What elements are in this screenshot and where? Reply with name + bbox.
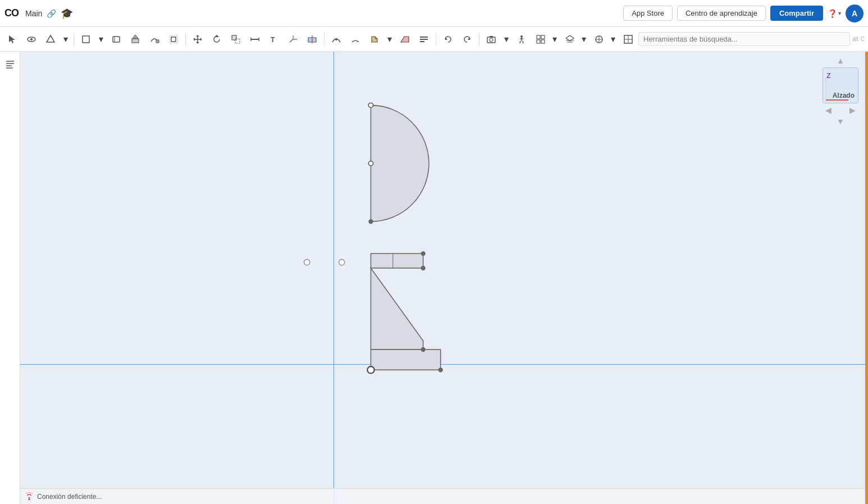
svg-point-62 [339, 260, 345, 265]
view-left-arrow[interactable]: ◀ ▶ [825, 106, 856, 115]
svg-rect-4 [113, 37, 120, 42]
pencil-tool[interactable] [107, 30, 125, 48]
walk-tool[interactable] [513, 30, 531, 48]
help-chevron: ▾ [838, 10, 841, 16]
select-tool[interactable] [3, 30, 21, 48]
svg-point-55 [368, 161, 373, 166]
orbit-tool[interactable] [22, 30, 40, 48]
sketch-shape [290, 99, 469, 431]
svg-point-57 [421, 252, 425, 256]
svg-point-58 [421, 266, 425, 270]
shape-tool[interactable] [42, 30, 60, 48]
shape-dropdown[interactable]: ▾ [61, 30, 71, 48]
crosshair-tool[interactable] [619, 30, 637, 48]
svg-rect-35 [541, 35, 545, 39]
svg-rect-25 [420, 37, 428, 38]
top-navigation: CO Main 🔗 🎓 App Store Centro de aprendiz… [0, 0, 868, 27]
svg-rect-27 [420, 41, 424, 42]
axes-tool[interactable] [284, 30, 302, 48]
svg-text:T: T [271, 36, 275, 44]
svg-point-60 [438, 368, 442, 372]
graduate-icon[interactable]: 🎓 [61, 7, 73, 20]
camera-dropdown[interactable]: ▾ [501, 30, 511, 48]
learning-center-button[interactable]: Centro de aprendizaje [677, 6, 766, 21]
svg-rect-34 [537, 35, 540, 39]
connection-icon [25, 491, 34, 502]
svg-rect-6 [132, 39, 139, 43]
svg-marker-11 [214, 35, 219, 37]
connection-status: Conexión deficiente... [37, 493, 102, 501]
svg-point-31 [490, 38, 493, 42]
line-tool[interactable] [77, 30, 95, 48]
svg-point-54 [368, 103, 373, 107]
svg-point-66 [29, 497, 30, 499]
svg-rect-3 [83, 36, 89, 43]
view-cube-box[interactable]: Z Alzado [823, 67, 858, 103]
section-plane-tool[interactable] [303, 30, 321, 48]
main-toolbar: ▾ ▾ T ▾ [0, 27, 868, 52]
style-dropdown[interactable]: ▾ [608, 30, 618, 48]
svg-point-56 [369, 220, 373, 224]
layer-tool[interactable] [561, 30, 579, 48]
svg-marker-7 [133, 35, 138, 38]
svg-rect-36 [537, 40, 540, 43]
view-down-arrow[interactable]: ▼ [837, 117, 844, 126]
style-tool[interactable] [590, 30, 608, 48]
push-pull-tool[interactable] [126, 30, 144, 48]
follow-me-tool[interactable] [145, 30, 163, 48]
help-icon: ❓ [828, 9, 837, 18]
search-shortcut-c: C [861, 36, 865, 42]
svg-rect-37 [541, 40, 545, 43]
eraser-tool[interactable] [396, 30, 414, 48]
layer-dropdown[interactable]: ▾ [579, 30, 589, 48]
search-shortcut: alt [852, 36, 858, 42]
view-dropdown[interactable]: ▾ [550, 30, 560, 48]
view-up-arrow[interactable]: ▲ [837, 56, 844, 65]
move-tool[interactable] [189, 30, 207, 48]
svg-point-1 [30, 38, 33, 40]
link-icon[interactable]: 🔗 [47, 9, 56, 18]
app-logo: CO [4, 7, 19, 19]
left-panel [0, 52, 20, 504]
main-label[interactable]: Main [25, 9, 42, 18]
svg-point-33 [520, 35, 523, 38]
entity-info-tool[interactable] [415, 30, 433, 48]
svg-point-63 [367, 366, 374, 373]
svg-rect-32 [490, 36, 493, 38]
scale-tool[interactable] [227, 30, 245, 48]
view-cube: ▲ Z Alzado ◀ ▶ ▼ [823, 56, 858, 126]
text-tool[interactable]: T [265, 30, 283, 48]
search-input[interactable] [638, 32, 850, 46]
paint-bucket-tool[interactable] [366, 30, 383, 48]
help-button[interactable]: ❓ ▾ [828, 9, 841, 18]
redo-button[interactable] [458, 30, 476, 48]
tape-tool[interactable] [246, 30, 264, 48]
rotate-tool[interactable] [208, 30, 226, 48]
undo-button[interactable] [439, 30, 457, 48]
svg-point-23 [335, 38, 337, 40]
share-button[interactable]: Compartir [770, 6, 823, 21]
arc2-tool[interactable] [346, 30, 364, 48]
main-area: ▲ Z Alzado ◀ ▶ ▼ [0, 52, 868, 504]
line-dropdown[interactable]: ▾ [96, 30, 106, 48]
svg-rect-9 [171, 37, 176, 42]
svg-marker-2 [47, 35, 54, 42]
svg-rect-10 [170, 35, 177, 43]
offset-tool[interactable] [165, 30, 182, 48]
camera-tool[interactable] [482, 30, 500, 48]
svg-line-20 [290, 39, 293, 42]
user-avatar[interactable]: A [846, 4, 864, 22]
arc-tool[interactable] [327, 30, 345, 48]
status-bar: Conexión deficiente... [20, 488, 865, 504]
svg-marker-24 [401, 37, 409, 42]
view-tool[interactable] [532, 30, 550, 48]
paint-dropdown[interactable]: ▾ [385, 30, 395, 48]
svg-rect-26 [420, 39, 428, 40]
svg-rect-51 [371, 253, 423, 268]
outline-panel-icon[interactable] [2, 56, 18, 72]
svg-point-61 [304, 260, 309, 265]
canvas-area[interactable]: ▲ Z Alzado ◀ ▶ ▼ [20, 52, 865, 504]
app-store-button[interactable]: App Store [623, 6, 673, 21]
svg-point-59 [421, 347, 425, 351]
svg-rect-12 [232, 35, 236, 40]
